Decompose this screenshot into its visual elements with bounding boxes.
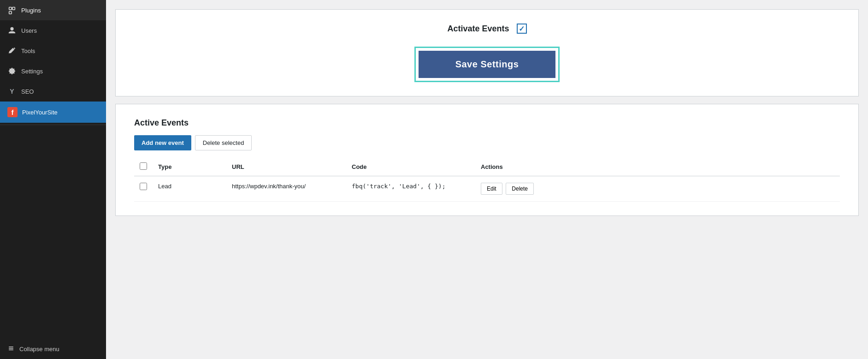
sidebar-collapse[interactable]: Collapse menu (0, 339, 106, 359)
activate-events-checkbox[interactable]: ✓ (517, 24, 527, 34)
row-code-value: fbq('track', 'Lead', { }); (352, 183, 446, 190)
collapse-icon (7, 345, 15, 353)
sidebar-item-users-label: Users (21, 27, 37, 34)
sidebar-divider (0, 125, 106, 125)
sidebar-item-plugins-label: Plugins (21, 7, 41, 14)
seo-icon: Y (7, 87, 17, 96)
main-content: Activate Events ✓ Save Settings Active E… (106, 0, 868, 359)
add-new-event-button[interactable]: Add new event (134, 135, 191, 150)
sidebar-item-seo-label: SEO (21, 88, 34, 95)
activate-events-row: Activate Events ✓ (134, 24, 840, 34)
sidebar-item-tools-label: Tools (21, 48, 35, 54)
active-events-title: Active Events (134, 118, 840, 128)
plugins-icon (7, 6, 17, 15)
pixelyoursite-icon: f (7, 107, 18, 117)
row-url-cell: https://wpdev.ink/thank-you/ (226, 176, 346, 202)
row-type-value: Lead (158, 183, 171, 190)
row-url-value: https://wpdev.ink/thank-you/ (232, 183, 306, 190)
row-check-cell (134, 176, 153, 202)
row-type-cell: Lead (153, 176, 226, 202)
sidebar-item-settings[interactable]: Settings (0, 61, 106, 81)
active-events-card: Active Events Add new event Delete selec… (115, 104, 859, 216)
select-all-checkbox[interactable] (140, 162, 147, 170)
row-code-cell: fbq('track', 'Lead', { }); (346, 176, 475, 202)
row-checkbox[interactable] (140, 183, 147, 190)
sidebar-item-settings-label: Settings (21, 68, 43, 75)
sidebar-item-tools[interactable]: Tools (0, 41, 106, 61)
table-row: Lead https://wpdev.ink/thank-you/ fbq('t… (134, 176, 840, 202)
sidebar-item-seo[interactable]: Y SEO (0, 81, 106, 102)
col-header-url: URL (226, 158, 346, 176)
tools-icon (7, 46, 17, 55)
table-body: Lead https://wpdev.ink/thank-you/ fbq('t… (134, 176, 840, 202)
sidebar-item-pixelyoursite[interactable]: f PixelYourSite (0, 102, 106, 123)
col-header-type: Type (153, 158, 226, 176)
save-settings-wrapper: Save Settings (134, 47, 840, 82)
sidebar-item-users[interactable]: Users (0, 20, 106, 41)
sidebar: Plugins Users Tools Settings Y SEO f Pix… (0, 0, 106, 359)
row-edit-button[interactable]: Edit (481, 183, 502, 195)
activate-events-label: Activate Events (447, 24, 509, 34)
col-header-check (134, 158, 153, 176)
save-settings-button[interactable]: Save Settings (419, 51, 556, 78)
users-icon (7, 26, 17, 35)
save-settings-card: Activate Events ✓ Save Settings (115, 9, 859, 96)
row-actions-cell: Edit Delete (475, 176, 840, 202)
events-actions: Add new event Delete selected (134, 135, 840, 150)
sidebar-item-pixelyoursite-label: PixelYourSite (22, 109, 58, 116)
col-header-code: Code (346, 158, 475, 176)
settings-icon (7, 66, 17, 76)
table-header: Type URL Code Actions (134, 158, 840, 176)
row-delete-button[interactable]: Delete (506, 183, 534, 195)
events-table: Type URL Code Actions Lead https://wpdev… (134, 158, 840, 202)
col-header-actions: Actions (475, 158, 840, 176)
collapse-label: Collapse menu (19, 346, 59, 353)
sidebar-item-plugins[interactable]: Plugins (0, 0, 106, 20)
check-icon: ✓ (519, 24, 525, 33)
delete-selected-button[interactable]: Delete selected (195, 135, 252, 150)
save-settings-focus-ring: Save Settings (414, 47, 560, 82)
